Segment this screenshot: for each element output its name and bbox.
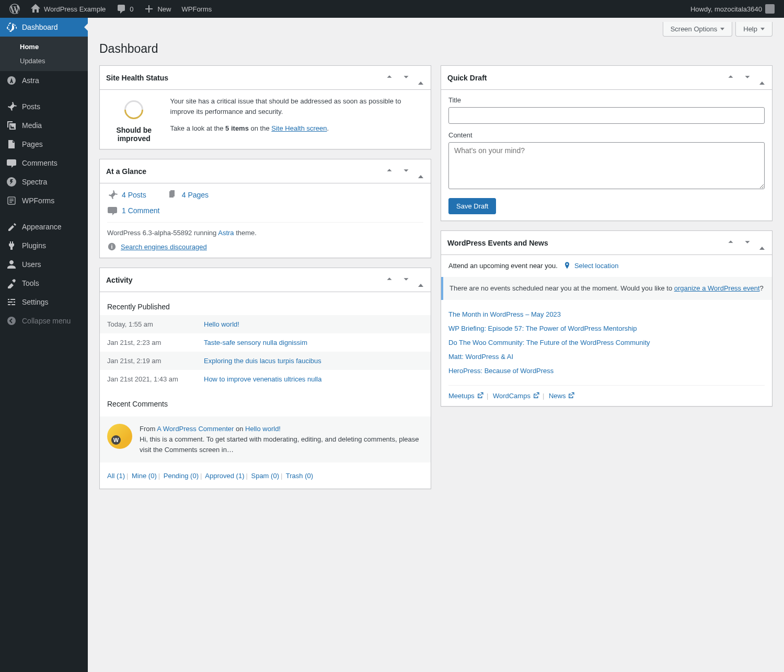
activity-row: Jan 21st 2021, 1:43 amHow to improve ven… (100, 370, 431, 388)
news-link[interactable]: The Month in WordPress – May 2023 (448, 310, 561, 318)
news-link[interactable]: Matt: WordPress & AI (448, 353, 513, 361)
toggle-button[interactable] (758, 73, 766, 83)
wp-logo-menu[interactable] (4, 0, 25, 18)
activity-post-link[interactable]: How to improve venenatis ultrices nulla (204, 375, 321, 383)
comments-count-link[interactable]: 1 Comment (122, 206, 159, 215)
draft-title-input[interactable] (448, 107, 765, 124)
page-title: Dashboard (99, 42, 773, 56)
title-label: Title (448, 96, 765, 104)
health-status-label: Should be improved (107, 126, 161, 143)
wpforms-menu[interactable]: WPForms (177, 0, 217, 18)
wpforms-icon (6, 195, 17, 206)
draft-content-textarea[interactable] (448, 142, 765, 189)
move-down-button[interactable] (742, 71, 753, 84)
new-content-menu[interactable]: New (139, 0, 176, 18)
sidebar-item-wpforms[interactable]: WPForms (0, 191, 88, 210)
activity-date: Jan 21st, 2:23 am (107, 339, 193, 346)
filter-trash[interactable]: Trash (0) (286, 472, 313, 480)
news-link[interactable]: News (549, 392, 575, 400)
move-up-button[interactable] (384, 273, 395, 286)
meetups-link[interactable]: Meetups (448, 392, 484, 400)
sidebar-item-pages[interactable]: Pages (0, 135, 88, 154)
theme-link[interactable]: Astra (218, 229, 234, 237)
filter-mine[interactable]: Mine (0) (132, 472, 157, 480)
move-up-button[interactable] (384, 71, 395, 84)
menu-label: Appearance (22, 223, 62, 231)
filter-approved[interactable]: Approved (1) (205, 472, 244, 480)
content-label: Content (448, 131, 765, 139)
comments-menu[interactable]: 0 (111, 0, 139, 18)
activity-post-link[interactable]: Exploring the duis lacus turpis faucibus (204, 357, 321, 365)
sidebar-item-posts[interactable]: Posts (0, 97, 88, 116)
move-down-button[interactable] (400, 273, 412, 286)
media-icon (6, 120, 17, 131)
external-link-icon (533, 392, 540, 399)
pages-icon (167, 190, 178, 200)
toggle-button[interactable] (417, 275, 424, 285)
chevron-down-icon (720, 28, 724, 30)
sidebar-item-settings[interactable]: Settings (0, 293, 88, 311)
filter-spam[interactable]: Spam (0) (251, 472, 279, 480)
sidebar-item-dashboard[interactable]: Dashboard (0, 18, 88, 37)
move-down-button[interactable] (400, 165, 412, 178)
plus-icon (144, 4, 154, 14)
wrench-icon (6, 278, 17, 288)
wordcamps-link[interactable]: WordCamps (493, 392, 540, 400)
widget-title: At a Glance (106, 167, 146, 176)
news-link[interactable]: HeroPress: Because of WordPress (448, 367, 554, 375)
sidebar-item-astra[interactable]: Astra (0, 71, 88, 90)
sidebar-item-tools[interactable]: Tools (0, 274, 88, 293)
activity-post-link[interactable]: Taste-safe sensory nulla dignissim (204, 339, 307, 346)
sliders-icon (6, 297, 17, 307)
comment-post-link[interactable]: Hello world! (245, 425, 281, 433)
toggle-button[interactable] (758, 238, 766, 248)
chevron-down-icon (760, 28, 765, 30)
save-draft-button[interactable]: Save Draft (448, 198, 496, 214)
sidebar-item-comments[interactable]: Comments (0, 154, 88, 172)
site-name-menu[interactable]: WordPress Example (25, 0, 111, 18)
move-up-button[interactable] (725, 71, 736, 84)
help-button[interactable]: Help (735, 22, 773, 37)
plug-icon (6, 240, 17, 251)
move-up-button[interactable] (384, 165, 395, 178)
sidebar-item-users[interactable]: Users (0, 255, 88, 274)
comment-author-link[interactable]: A WordPress Commenter (157, 425, 234, 433)
filter-pending[interactable]: Pending (0) (164, 472, 199, 480)
account-menu[interactable]: Howdy, mozocitala3640 (685, 0, 780, 18)
move-down-button[interactable] (400, 71, 412, 84)
search-engines-link[interactable]: Search engines discouraged (121, 243, 207, 251)
activity-date: Jan 21st 2021, 1:43 am (107, 375, 193, 383)
collapse-menu[interactable]: Collapse menu (0, 311, 88, 330)
sidebar-item-spectra[interactable]: Spectra (0, 172, 88, 191)
organize-event-link[interactable]: organize a WordPress event (674, 284, 760, 292)
main-content: Screen Options Help Dashboard Site Healt… (88, 18, 784, 672)
news-list: The Month in WordPress – May 2023WP Brie… (448, 307, 765, 378)
news-link[interactable]: Do The Woo Community: The Future of the … (448, 339, 650, 346)
posts-count-link[interactable]: 4 Posts (122, 191, 146, 199)
submenu-updates[interactable]: Updates (0, 54, 88, 68)
comment-excerpt: Hi, this is a comment. To get started wi… (140, 434, 423, 455)
toggle-button[interactable] (417, 166, 424, 176)
site-name-label: WordPress Example (44, 5, 106, 13)
submenu-home[interactable]: Home (0, 40, 88, 54)
activity-post-link[interactable]: Hello world! (204, 320, 239, 328)
sidebar-item-plugins[interactable]: Plugins (0, 236, 88, 255)
select-location-button[interactable]: Select location (563, 261, 619, 270)
info-icon: i (107, 242, 117, 251)
health-message: Your site has a critical issue that shou… (170, 96, 423, 117)
move-down-button[interactable] (742, 236, 753, 249)
news-item: WP Briefing: Episode 57: The Power of Wo… (448, 321, 765, 335)
toggle-button[interactable] (417, 73, 424, 83)
comment-avatar (107, 424, 132, 449)
sidebar-item-appearance[interactable]: Appearance (0, 217, 88, 236)
filter-all[interactable]: All (1) (107, 472, 125, 480)
widget-title: Site Health Status (106, 74, 168, 82)
page-icon (6, 139, 17, 149)
news-link[interactable]: WP Briefing: Episode 57: The Power of Wo… (448, 325, 637, 332)
howdy-label: Howdy, mozocitala3640 (690, 5, 762, 13)
move-up-button[interactable] (725, 236, 736, 249)
screen-options-button[interactable]: Screen Options (663, 22, 733, 37)
site-health-link[interactable]: Site Health screen (271, 124, 327, 132)
pages-count-link[interactable]: 4 Pages (182, 191, 209, 199)
sidebar-item-media[interactable]: Media (0, 116, 88, 135)
